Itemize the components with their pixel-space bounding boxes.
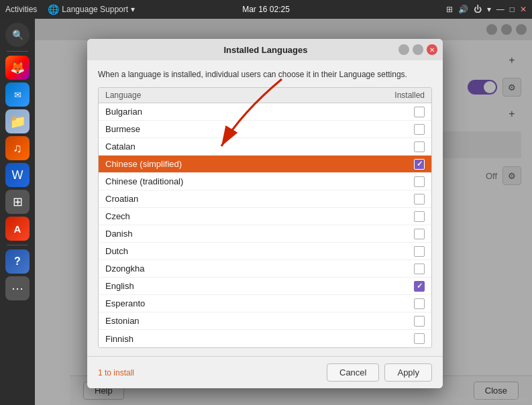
dialog-maximize-button[interactable]: □ (413, 44, 423, 55)
dialog-minimize-button[interactable]: — (398, 44, 409, 55)
dock-separator-1 (7, 51, 28, 52)
cancel-button[interactable]: Cancel (327, 363, 379, 382)
language-name: Czech (105, 211, 130, 221)
language-row[interactable]: Croatian (99, 190, 431, 208)
close-btn-topright[interactable]: ✕ (520, 5, 527, 14)
dialog-close-button[interactable]: ✕ (427, 44, 437, 55)
language-checkbox[interactable] (414, 124, 425, 135)
language-checkbox[interactable] (414, 298, 425, 309)
globe-icon: 🌐 (48, 4, 59, 15)
language-name: Catalan (105, 141, 136, 152)
language-row[interactable]: Chinese (simplified) (99, 156, 431, 173)
dock-search[interactable]: 🔍 (5, 23, 30, 47)
language-checkbox[interactable] (414, 229, 425, 239)
language-name: Chinese (traditional) (105, 176, 183, 186)
language-list: BulgarianBurmeseCatalanChinese (simplifi… (99, 103, 431, 347)
language-name: Chinese (simplified) (105, 159, 182, 169)
install-status: 1 to install (98, 368, 134, 378)
language-row[interactable]: Esperanto (99, 295, 431, 312)
dock-software-icon[interactable]: A (5, 217, 30, 241)
dock-firefox-icon[interactable]: 🦊 (5, 56, 30, 80)
language-row[interactable]: Czech (99, 208, 431, 225)
minimize-btn-topright[interactable]: — (496, 5, 504, 14)
language-row[interactable]: Bulgarian (99, 103, 431, 121)
language-name: Dzongkha (105, 264, 145, 274)
language-row[interactable]: Dutch (99, 243, 431, 260)
language-checkbox[interactable] (414, 211, 425, 222)
network-icon: ⊞ (446, 5, 453, 14)
topbar-right-icons: ⊞ 🔊 ⏻ ▾ — □ ✕ (446, 5, 527, 14)
language-name: Croatian (105, 194, 138, 204)
dialog-window-buttons: — □ ✕ (398, 44, 437, 55)
col-installed-header: Installed (394, 91, 425, 100)
language-row[interactable]: Dzongkha (99, 260, 431, 278)
language-row[interactable]: Danish (99, 225, 431, 243)
language-name: Esperanto (105, 298, 145, 308)
language-checkbox[interactable] (414, 281, 425, 292)
dialog-info-text: When a language is installed, individual… (98, 68, 432, 80)
language-name: Dutch (105, 246, 128, 256)
dock-separator-2 (7, 245, 28, 245)
language-name: Bulgarian (105, 107, 142, 117)
application-dock: 🔍 🦊 ✉ 📁 ♫ W ⊞ A ? ⋯ (0, 19, 35, 405)
clock: Mar 16 02:25 (242, 5, 290, 14)
dock-writer-icon[interactable]: W (5, 163, 30, 187)
volume-icon[interactable]: 🔊 (458, 5, 468, 14)
language-checkbox[interactable] (414, 176, 425, 187)
power-icon[interactable]: ⏻ (474, 5, 482, 14)
installed-languages-dialog: Installed Languages — □ ✕ When a languag… (87, 39, 443, 388)
language-row[interactable]: English (99, 278, 431, 295)
language-checkbox[interactable] (414, 316, 425, 327)
dialog-titlebar: Installed Languages — □ ✕ (87, 39, 443, 60)
dock-apps-icon[interactable]: ⊞ (5, 190, 30, 214)
language-row[interactable]: Estonian (99, 312, 431, 330)
desktop: 🔍 🦊 ✉ 📁 ♫ W ⊞ A ? ⋯ + ⚙ (0, 19, 532, 405)
dock-files-icon[interactable]: 📁 (5, 109, 30, 133)
restore-btn-topright[interactable]: □ (510, 5, 515, 14)
language-checkbox[interactable] (414, 141, 425, 152)
language-support-menu[interactable]: 🌐 Language Support ▾ (48, 4, 135, 15)
dock-help-icon[interactable]: ? (5, 249, 30, 274)
dialog-body: When a language is installed, individual… (87, 60, 443, 356)
language-row[interactable]: Finnish (99, 330, 431, 347)
dock-thunderbird-icon[interactable]: ✉ (5, 82, 30, 107)
language-row[interactable]: Burmese (99, 121, 431, 138)
dock-grid-icon[interactable]: ⋯ (5, 276, 30, 300)
language-checkbox[interactable] (414, 159, 425, 170)
topbar: Activities 🌐 Language Support ▾ Mar 16 0… (0, 0, 532, 19)
language-name: English (105, 281, 134, 291)
col-language-header: Language (105, 91, 141, 100)
lang-support-label: Language Support (62, 5, 128, 14)
language-checkbox[interactable] (414, 107, 425, 117)
language-name: Finnish (105, 334, 134, 344)
apply-button[interactable]: Apply (384, 363, 432, 382)
language-name: Danish (105, 229, 132, 239)
language-name: Estonian (105, 316, 140, 326)
language-row[interactable]: Catalan (99, 138, 431, 156)
activities-button[interactable]: Activities (5, 5, 37, 14)
language-name: Burmese (105, 124, 140, 134)
settings-icon[interactable]: ▾ (487, 5, 491, 14)
language-checkbox[interactable] (414, 194, 425, 205)
language-table: Language Installed BulgarianBurmeseCatal… (98, 87, 432, 348)
dialog-title: Installed Languages (133, 45, 398, 55)
dropdown-arrow: ▾ (131, 5, 135, 14)
footer-buttons: Cancel Apply (327, 363, 432, 382)
language-row[interactable]: Chinese (traditional) (99, 173, 431, 190)
language-checkbox[interactable] (414, 246, 425, 257)
dialog-footer: 1 to install Cancel Apply (87, 356, 443, 388)
language-checkbox[interactable] (414, 264, 425, 274)
language-checkbox[interactable] (414, 333, 425, 344)
lang-table-header: Language Installed (99, 88, 431, 103)
dock-rhythmbox-icon[interactable]: ♫ (5, 136, 30, 160)
